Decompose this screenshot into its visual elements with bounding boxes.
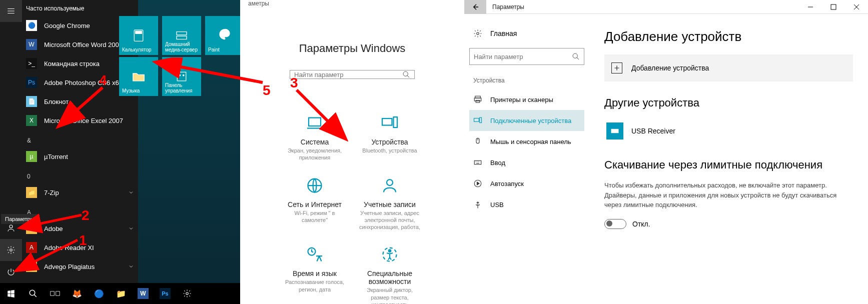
close-icon: [853, 4, 859, 10]
app-label: 7-Zip: [44, 189, 59, 196]
nav-home[interactable]: Главная: [469, 24, 584, 43]
metered-description: Чтобы избежать дополнительных расходов, …: [604, 180, 853, 210]
cat-sub: Экранный диктор, размер текста, контраст…: [358, 286, 421, 304]
task-view-icon: [50, 290, 60, 297]
svg-point-12: [186, 292, 189, 295]
svg-point-8: [183, 74, 185, 76]
utorrent-icon: µ: [26, 151, 37, 162]
app-excel[interactable]: XMicrosoft Office Excel 2007: [22, 111, 138, 130]
svg-point-24: [477, 32, 479, 35]
devices-settings-panel: Параметры Главная Устройства Принтеры и …: [464, 0, 868, 304]
tile-paint[interactable]: Paint: [205, 16, 244, 55]
nav-typing[interactable]: Ввод: [469, 152, 584, 173]
metered-toggle[interactable]: Откл.: [604, 219, 853, 229]
category-devices[interactable]: Устройства Bluetooth, устройства: [357, 109, 422, 166]
search-button[interactable]: [23, 284, 43, 304]
tile-label: Панель управления: [165, 82, 199, 94]
nav-label: Главная: [490, 30, 517, 38]
category-network[interactable]: Сеть и Интернет Wi-Fi, режим " в самолет…: [282, 172, 347, 236]
window-controls: [799, 0, 868, 14]
svg-point-14: [403, 72, 408, 76]
taskbar-firefox[interactable]: 🦊: [67, 284, 87, 304]
tile-media-server[interactable]: Домашний медиа-сервер: [162, 16, 201, 55]
svg-rect-32: [474, 160, 481, 164]
category-time[interactable]: Время и язык Распознавание голоса, регио…: [282, 240, 347, 304]
settings-tooltip: Параметры: [1, 214, 39, 224]
app-label: Microsoft Office Excel 2007: [44, 117, 123, 124]
add-device-button[interactable]: Добавление устройства: [604, 54, 853, 82]
nav-search-input[interactable]: [474, 53, 572, 60]
minimize-button[interactable]: [799, 0, 822, 14]
cat-title: Время и язык: [283, 270, 346, 278]
control-panel-icon: [174, 69, 189, 84]
gear-icon: [7, 246, 16, 254]
other-devices-h2: Другие устройства: [604, 96, 853, 110]
nav-mouse[interactable]: Мышь и сенсорная панель: [469, 131, 584, 152]
svg-point-9: [30, 290, 35, 296]
search-input[interactable]: [294, 71, 402, 78]
app-label: Adobe Photoshop CS6 x64: [44, 79, 123, 86]
back-button[interactable]: [464, 0, 486, 14]
keyboard-icon: [473, 158, 482, 167]
app-7zip[interactable]: 📁7-Zip: [22, 183, 138, 202]
app-adobe-reader[interactable]: AAdobe Reader XI: [22, 238, 138, 257]
devices-icon: [381, 114, 399, 132]
svg-rect-29: [474, 118, 479, 122]
window-titlebar: Параметры: [464, 0, 868, 14]
app-adobe[interactable]: 📁Adobe: [22, 219, 138, 238]
letter-0[interactable]: 0: [22, 166, 138, 183]
nav-printers[interactable]: Принтеры и сканеры: [469, 89, 584, 110]
cat-sub: Учетные записи, адрес электронной почты,…: [358, 210, 421, 231]
svg-point-7: [179, 74, 181, 76]
letter-c[interactable]: C: [22, 276, 138, 283]
device-usb-receiver[interactable]: USB Receiver: [604, 118, 853, 144]
hamburger-button[interactable]: [0, 0, 22, 22]
tile-calculator[interactable]: Калькулятор: [119, 16, 158, 55]
notepad-icon: 📄: [26, 96, 37, 107]
settings-rail-button[interactable]: [0, 239, 22, 261]
word-icon: W: [138, 288, 149, 299]
app-label: Advego Plagiatus: [44, 263, 95, 270]
app-advego[interactable]: 📁Advego Plagiatus: [22, 257, 138, 276]
nav-usb[interactable]: USB: [469, 194, 584, 215]
tile-control-panel[interactable]: Панель управления: [162, 57, 201, 96]
content-h1: Добавление устройств: [604, 29, 853, 44]
app-label: Google Chrome: [44, 22, 90, 30]
taskbar-word[interactable]: W: [133, 284, 153, 304]
category-accounts[interactable]: Учетные записи Учетные записи, адрес эле…: [357, 172, 422, 236]
chrome-icon: 🔵: [94, 289, 104, 298]
letter-amp[interactable]: &: [22, 130, 138, 147]
nav-label: Автозапуск: [490, 180, 524, 188]
settings-categories: Система Экран, уведомления, приложения У…: [240, 104, 464, 304]
close-button[interactable]: [845, 0, 868, 14]
start-menu-panel: Параметры Часто используемые 🔵Google Chr…: [0, 0, 240, 304]
taskbar-chrome[interactable]: 🔵: [89, 284, 109, 304]
taskbar-photoshop[interactable]: Ps: [155, 284, 175, 304]
category-system[interactable]: Система Экран, уведомления, приложения: [282, 109, 347, 166]
nav-search[interactable]: [469, 48, 584, 65]
toggle-switch[interactable]: [604, 219, 626, 229]
taskbar-explorer[interactable]: 📁: [111, 284, 131, 304]
nav-connected-devices[interactable]: Подключенные устройства: [469, 110, 584, 131]
folder-icon: 📁: [26, 223, 37, 234]
person-icon: [381, 176, 399, 194]
tile-label: Paint: [208, 47, 220, 52]
nav-autoplay[interactable]: Автозапуск: [469, 173, 584, 194]
gear-icon: [473, 29, 482, 38]
most-used-heading: Часто используемые: [22, 0, 138, 16]
svg-rect-16: [382, 118, 392, 126]
svg-point-25: [573, 54, 577, 58]
word-icon: W: [26, 39, 37, 50]
power-rail-button[interactable]: [0, 261, 22, 283]
letter-a[interactable]: A: [22, 202, 138, 219]
start-button[interactable]: [1, 284, 21, 304]
taskbar-settings[interactable]: [177, 284, 197, 304]
tile-music[interactable]: Музыка: [119, 57, 158, 96]
task-view-button[interactable]: [45, 284, 65, 304]
svg-rect-11: [56, 292, 60, 296]
app-utorrent[interactable]: µµTorrent: [22, 147, 138, 166]
category-accessibility[interactable]: Специальные возможности Экранный диктор,…: [357, 240, 422, 304]
maximize-button[interactable]: [822, 0, 845, 14]
settings-search[interactable]: [290, 70, 415, 79]
hamburger-icon: [7, 6, 16, 16]
